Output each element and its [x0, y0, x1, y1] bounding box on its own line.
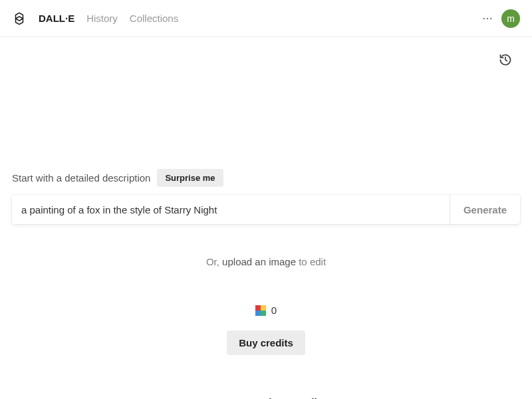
header-left: DALL·E History Collections	[12, 11, 178, 26]
header: DALL·E History Collections m	[0, 0, 532, 37]
nav-history[interactable]: History	[86, 13, 118, 24]
intro-text: Start with a detailed description	[12, 172, 150, 184]
credits-row: 0	[12, 305, 520, 316]
buy-credits-button[interactable]: Buy credits	[227, 331, 305, 355]
header-right: m	[481, 9, 520, 28]
main-content: Start with a detailed description Surpri…	[0, 169, 532, 399]
more-menu-icon[interactable]	[481, 13, 493, 25]
learn-more-link[interactable]: Learn more about credits	[12, 396, 520, 399]
upload-prefix: Or,	[206, 256, 222, 267]
surprise-me-button[interactable]: Surprise me	[157, 169, 223, 187]
svg-point-0	[483, 17, 485, 19]
svg-point-2	[490, 17, 491, 19]
credits-count: 0	[271, 305, 277, 316]
upload-suffix: to edit	[296, 256, 326, 267]
history-icon-row	[0, 37, 532, 69]
intro-row: Start with a detailed description Surpri…	[12, 169, 520, 187]
generate-button[interactable]: Generate	[450, 195, 520, 224]
user-avatar[interactable]: m	[501, 9, 520, 28]
nav-collections[interactable]: Collections	[130, 13, 178, 24]
buy-credits-row: Buy credits	[12, 331, 520, 355]
credits-icon	[255, 305, 266, 316]
history-icon[interactable]	[499, 53, 512, 69]
upload-row: Or, upload an image to edit	[12, 256, 520, 267]
nav-dalle[interactable]: DALL·E	[39, 13, 74, 24]
upload-image-link[interactable]: upload an image	[222, 256, 296, 267]
prompt-input[interactable]	[12, 195, 450, 224]
prompt-box: Generate	[12, 195, 520, 224]
openai-logo-icon[interactable]	[12, 11, 27, 26]
svg-point-1	[487, 17, 488, 19]
